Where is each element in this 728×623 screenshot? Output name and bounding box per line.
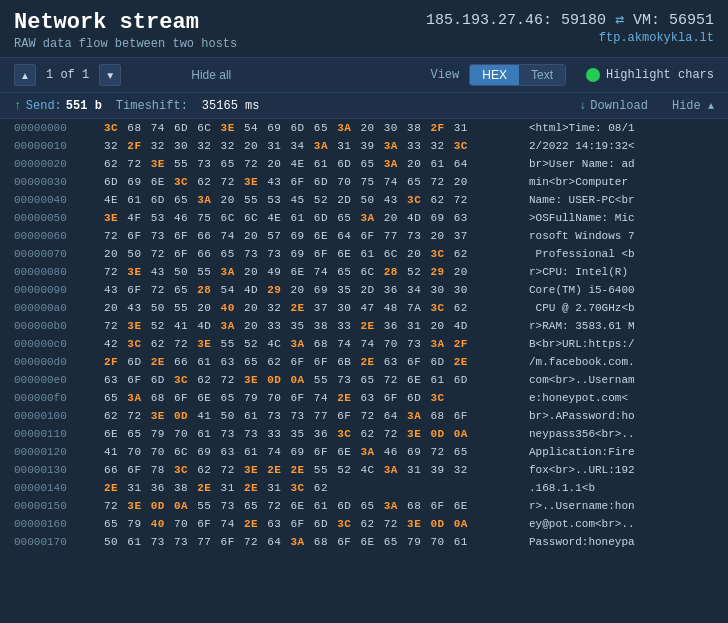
ascii-col: Name: USER-PC<br	[529, 194, 714, 206]
table-row: 0000002062 72 3E 55 73 65 72 20 4E 61 6D…	[0, 155, 728, 173]
send-size: 551 b	[66, 99, 102, 113]
hex-bytes: 20 50 72 6F 66 65 73 73 69 6F 6E 61 6C 2…	[104, 248, 519, 260]
hex-offset: 000000b0	[14, 320, 104, 332]
hex-offset: 00000100	[14, 410, 104, 422]
ascii-col: Core(TM) i5-6400	[529, 284, 714, 296]
direction-arrow: ⇄	[615, 12, 624, 29]
send-arrow-icon: ↑	[14, 98, 22, 113]
ascii-col: br>User Name: ad	[529, 158, 714, 170]
hex-dump-container: 000000003C 68 74 6D 6C 3E 54 69 6D 65 3A…	[0, 119, 728, 597]
table-row: 000000a020 43 50 55 20 40 20 32 2E 37 30…	[0, 299, 728, 317]
app-title: Network stream	[14, 10, 237, 35]
header-right: 185.193.27.46: 59180 ⇄ VM: 56951 ftp.akm…	[426, 10, 714, 45]
nav-prev-button[interactable]: ▲	[14, 64, 36, 86]
highlight-toggle[interactable]: Highlight chars	[586, 68, 714, 82]
hex-offset: 000000a0	[14, 302, 104, 314]
ascii-col: B<br>URL:https:/	[529, 338, 714, 350]
download-label: Download	[590, 99, 648, 113]
hex-offset: 00000050	[14, 212, 104, 224]
ascii-col: com<br>..Usernam	[529, 374, 714, 386]
hex-offset: 00000130	[14, 464, 104, 476]
highlight-label: Highlight chars	[606, 68, 714, 82]
ascii-col: <html>Time: 08/1	[529, 122, 714, 134]
hex-bytes: 66 6F 78 3C 62 72 3E 2E 2E 55 52 4C 3A 3…	[104, 464, 519, 476]
table-row: 0000012041 70 70 6C 69 63 61 74 69 6F 6E…	[0, 443, 728, 461]
table-row: 0000013066 6F 78 3C 62 72 3E 2E 2E 55 52…	[0, 461, 728, 479]
ascii-col: rosoft Windows 7	[529, 230, 714, 242]
hex-offset: 00000000	[14, 122, 104, 134]
hex-bytes: 62 72 3E 55 73 65 72 20 4E 61 6D 65 3A 2…	[104, 158, 519, 170]
ascii-col: min<br>Computer	[529, 176, 714, 188]
table-row: 0000001032 2F 32 30 32 32 20 31 34 3A 31…	[0, 137, 728, 155]
hex-bytes: 72 6F 73 6F 66 74 20 57 69 6E 64 6F 77 7…	[104, 230, 519, 242]
hex-offset: 00000120	[14, 446, 104, 458]
hex-offset: 00000140	[14, 482, 104, 494]
hex-offset: 00000040	[14, 194, 104, 206]
hex-bytes: 3C 68 74 6D 6C 3E 54 69 6D 65 3A 20 30 3…	[104, 122, 519, 134]
hex-bytes: 32 2F 32 30 32 32 20 31 34 3A 31 39 3A 3…	[104, 140, 519, 152]
hex-bytes: 2E 31 36 38 2E 31 2E 31 3C 62	[104, 482, 519, 494]
vm-info: VM: 56951	[633, 12, 714, 29]
hex-bytes: 20 43 50 55 20 40 20 32 2E 37 30 47 48 7…	[104, 302, 519, 314]
table-row: 000000003C 68 74 6D 6C 3E 54 69 6D 65 3A…	[0, 119, 728, 137]
hex-bytes: 72 3E 43 50 55 3A 20 49 6E 74 65 6C 28 5…	[104, 266, 519, 278]
hex-bytes: 6E 65 79 70 61 73 73 33 35 36 3C 62 72 3…	[104, 428, 519, 440]
hex-bytes: 43 6F 72 65 28 54 4D 29 20 69 35 2D 36 3…	[104, 284, 519, 296]
hex-bytes: 2F 6D 2E 66 61 63 65 62 6F 6F 6B 2E 63 6…	[104, 356, 519, 368]
download-icon: ↓	[579, 99, 586, 113]
hex-bytes: 72 3E 0D 0A 55 73 65 72 6E 61 6D 65 3A 6…	[104, 500, 519, 512]
table-row: 000000306D 69 6E 3C 62 72 3E 43 6F 6D 70…	[0, 173, 728, 191]
ascii-col: 2/2022 14:19:32<	[529, 140, 714, 152]
hex-offset: 00000020	[14, 158, 104, 170]
hex-offset: 00000070	[14, 248, 104, 260]
nav-next-button[interactable]: ▼	[99, 64, 121, 86]
hex-offset: 00000090	[14, 284, 104, 296]
ascii-col: neypass356<br>..	[529, 428, 714, 440]
timeshift-label: Timeshift:	[116, 99, 188, 113]
send-label: ↑ Send: 551 b	[14, 98, 102, 113]
download-button[interactable]: ↓ Download	[579, 99, 648, 113]
table-row: 0000010062 72 3E 0D 41 50 61 73 73 77 6F…	[0, 407, 728, 425]
hex-bytes: 4E 61 6D 65 3A 20 55 53 45 52 2D 50 43 3…	[104, 194, 519, 206]
src-address: 185.193.27.46: 59180	[426, 12, 606, 29]
view-label: View	[430, 68, 459, 82]
hex-bytes: 6D 69 6E 3C 62 72 3E 43 6F 6D 70 75 74 6…	[104, 176, 519, 188]
table-row: 0000009043 6F 72 65 28 54 4D 29 20 69 35…	[0, 281, 728, 299]
timeshift-value: 35165 ms	[202, 99, 260, 113]
highlight-toggle-dot	[586, 68, 600, 82]
hex-bytes: 63 6F 6D 3C 62 72 3E 0D 0A 55 73 65 72 6…	[104, 374, 519, 386]
hex-bytes: 41 70 70 6C 69 63 61 74 69 6F 6E 3A 46 6…	[104, 446, 519, 458]
hex-bytes: 42 3C 62 72 3E 55 52 4C 3A 68 74 74 70 7…	[104, 338, 519, 350]
tab-text[interactable]: Text	[519, 65, 565, 85]
table-row: 0000006072 6F 73 6F 66 74 20 57 69 6E 64…	[0, 227, 728, 245]
tab-hex[interactable]: HEX	[470, 65, 519, 85]
ascii-col: Professional <b	[529, 248, 714, 260]
table-row: 000000b072 3E 52 41 4D 3A 20 33 35 38 33…	[0, 317, 728, 335]
table-row: 0000008072 3E 43 50 55 3A 20 49 6E 74 65…	[0, 263, 728, 281]
hex-offset: 00000160	[14, 518, 104, 530]
page-info: 1 of 1	[46, 68, 89, 82]
table-row: 0000016065 79 40 70 6F 74 2E 63 6F 6D 3C…	[0, 515, 728, 533]
hex-offset: 00000080	[14, 266, 104, 278]
ascii-col: r>RAM: 3583.61 M	[529, 320, 714, 332]
ascii-col: r>..Username:hon	[529, 500, 714, 512]
header: Network stream RAW data flow between two…	[0, 0, 728, 57]
ascii-col: ey@pot.com<br>..	[529, 518, 714, 530]
table-row: 0000007020 50 72 6F 66 65 73 73 69 6F 6E…	[0, 245, 728, 263]
hex-offset: 000000d0	[14, 356, 104, 368]
hex-offset: 000000e0	[14, 374, 104, 386]
table-row: 000001106E 65 79 70 61 73 73 33 35 36 3C…	[0, 425, 728, 443]
hex-offset: 000000c0	[14, 338, 104, 350]
table-row: 0000015072 3E 0D 0A 55 73 65 72 6E 61 6D…	[0, 497, 728, 515]
hide-all-button[interactable]: Hide all	[191, 68, 231, 82]
hex-bytes: 65 3A 68 6F 6E 65 79 70 6F 74 2E 63 6F 6…	[104, 392, 519, 404]
connection-info: 185.193.27.46: 59180 ⇄ VM: 56951	[426, 10, 714, 29]
hex-offset: 000000f0	[14, 392, 104, 404]
toolbar: ▲ 1 of 1 ▼ Hide all View HEX Text Highli…	[0, 57, 728, 93]
hex-offset: 00000150	[14, 500, 104, 512]
ascii-col: CPU @ 2.70GHz<b	[529, 302, 714, 314]
hex-bytes: 72 3E 52 41 4D 3A 20 33 35 38 33 2E 36 3…	[104, 320, 519, 332]
hide-section-button[interactable]: Hide ▲	[672, 99, 714, 113]
ascii-col: Password:honeypa	[529, 536, 714, 548]
hex-offset: 00000030	[14, 176, 104, 188]
